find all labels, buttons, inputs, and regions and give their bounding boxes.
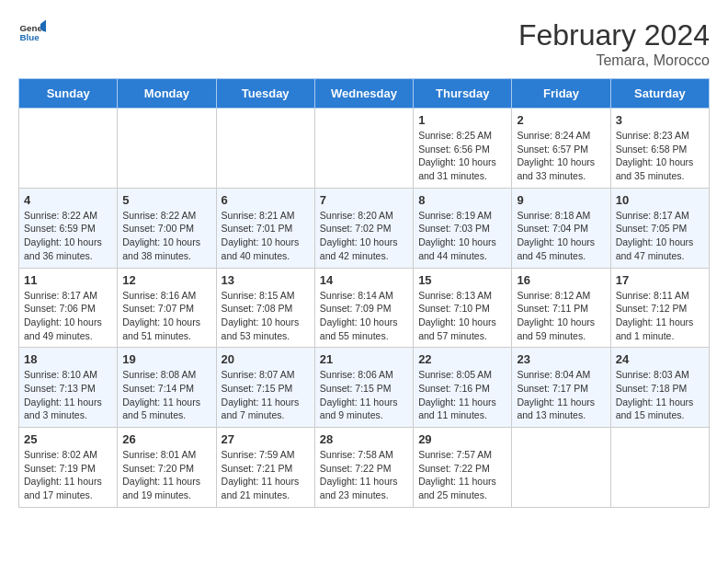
calendar-cell: 11Sunrise: 8:17 AM Sunset: 7:06 PM Dayli… (19, 268, 118, 348)
day-info: Sunrise: 8:08 AM Sunset: 7:14 PM Dayligh… (122, 368, 210, 422)
day-number: 26 (122, 432, 210, 446)
calendar-cell: 3Sunrise: 8:23 AM Sunset: 6:58 PM Daylig… (610, 109, 709, 189)
calendar-cell: 16Sunrise: 8:12 AM Sunset: 7:11 PM Dayli… (512, 268, 610, 348)
weekday-header-sunday: Sunday (19, 79, 118, 109)
day-number: 28 (320, 432, 408, 446)
calendar-cell (512, 428, 610, 508)
day-number: 10 (616, 193, 704, 207)
day-info: Sunrise: 8:16 AM Sunset: 7:07 PM Dayligh… (122, 289, 210, 343)
weekday-header-thursday: Thursday (414, 79, 512, 109)
weekday-header-friday: Friday (512, 79, 610, 109)
calendar-cell: 14Sunrise: 8:14 AM Sunset: 7:09 PM Dayli… (314, 268, 413, 348)
day-info: Sunrise: 8:15 AM Sunset: 7:08 PM Dayligh… (222, 289, 310, 343)
title-area: February 2024 Temara, Morocco (518, 18, 710, 69)
day-info: Sunrise: 8:17 AM Sunset: 7:05 PM Dayligh… (616, 209, 704, 263)
day-info: Sunrise: 8:05 AM Sunset: 7:16 PM Dayligh… (418, 368, 506, 422)
calendar-cell: 2Sunrise: 8:24 AM Sunset: 6:57 PM Daylig… (512, 109, 610, 189)
calendar-cell (118, 109, 216, 189)
day-info: Sunrise: 8:19 AM Sunset: 7:03 PM Dayligh… (418, 209, 506, 263)
day-info: Sunrise: 8:18 AM Sunset: 7:04 PM Dayligh… (517, 209, 605, 263)
calendar-cell: 18Sunrise: 8:10 AM Sunset: 7:13 PM Dayli… (19, 348, 118, 428)
weekday-header-monday: Monday (118, 79, 216, 109)
calendar-cell: 26Sunrise: 8:01 AM Sunset: 7:20 PM Dayli… (118, 428, 216, 508)
day-info: Sunrise: 7:59 AM Sunset: 7:21 PM Dayligh… (222, 448, 310, 502)
calendar-cell: 13Sunrise: 8:15 AM Sunset: 7:08 PM Dayli… (216, 268, 314, 348)
day-info: Sunrise: 8:24 AM Sunset: 6:57 PM Dayligh… (517, 129, 605, 183)
calendar-cell: 17Sunrise: 8:11 AM Sunset: 7:12 PM Dayli… (610, 268, 709, 348)
week-row-2: 4Sunrise: 8:22 AM Sunset: 6:59 PM Daylig… (19, 188, 710, 268)
day-number: 17 (616, 273, 704, 287)
day-number: 12 (122, 273, 210, 287)
day-info: Sunrise: 8:06 AM Sunset: 7:15 PM Dayligh… (320, 368, 408, 422)
calendar-cell (314, 109, 413, 189)
weekday-header-wednesday: Wednesday (314, 79, 413, 109)
day-number: 7 (320, 193, 408, 207)
calendar-cell: 6Sunrise: 8:21 AM Sunset: 7:01 PM Daylig… (216, 188, 314, 268)
calendar-cell: 24Sunrise: 8:03 AM Sunset: 7:18 PM Dayli… (610, 348, 709, 428)
week-row-1: 1Sunrise: 8:25 AM Sunset: 6:56 PM Daylig… (19, 109, 710, 189)
calendar-cell: 8Sunrise: 8:19 AM Sunset: 7:03 PM Daylig… (414, 188, 512, 268)
calendar-cell: 25Sunrise: 8:02 AM Sunset: 7:19 PM Dayli… (19, 428, 118, 508)
subtitle: Temara, Morocco (518, 52, 710, 69)
main-title: February 2024 (518, 18, 710, 52)
day-number: 16 (517, 273, 605, 287)
day-info: Sunrise: 8:04 AM Sunset: 7:17 PM Dayligh… (517, 368, 605, 422)
logo: General Blue (18, 18, 46, 46)
weekday-header-row: SundayMondayTuesdayWednesdayThursdayFrid… (19, 79, 710, 109)
day-info: Sunrise: 8:03 AM Sunset: 7:18 PM Dayligh… (616, 368, 704, 422)
calendar-cell: 12Sunrise: 8:16 AM Sunset: 7:07 PM Dayli… (118, 268, 216, 348)
day-number: 15 (418, 273, 506, 287)
day-number: 22 (418, 352, 506, 366)
day-info: Sunrise: 7:58 AM Sunset: 7:22 PM Dayligh… (320, 448, 408, 502)
day-info: Sunrise: 8:25 AM Sunset: 6:56 PM Dayligh… (418, 129, 506, 183)
day-number: 14 (320, 273, 408, 287)
calendar-cell: 20Sunrise: 8:07 AM Sunset: 7:15 PM Dayli… (216, 348, 314, 428)
day-info: Sunrise: 8:22 AM Sunset: 6:59 PM Dayligh… (24, 209, 112, 263)
week-row-4: 18Sunrise: 8:10 AM Sunset: 7:13 PM Dayli… (19, 348, 710, 428)
day-info: Sunrise: 8:07 AM Sunset: 7:15 PM Dayligh… (222, 368, 310, 422)
day-info: Sunrise: 8:10 AM Sunset: 7:13 PM Dayligh… (24, 368, 112, 422)
calendar-cell (19, 109, 118, 189)
page-header: General Blue February 2024 Temara, Moroc… (18, 18, 710, 69)
day-number: 11 (24, 273, 112, 287)
calendar-cell: 27Sunrise: 7:59 AM Sunset: 7:21 PM Dayli… (216, 428, 314, 508)
day-info: Sunrise: 7:57 AM Sunset: 7:22 PM Dayligh… (418, 448, 506, 502)
day-number: 25 (24, 432, 112, 446)
weekday-header-tuesday: Tuesday (216, 79, 314, 109)
calendar-cell: 7Sunrise: 8:20 AM Sunset: 7:02 PM Daylig… (314, 188, 413, 268)
day-info: Sunrise: 8:17 AM Sunset: 7:06 PM Dayligh… (24, 289, 112, 343)
calendar-cell: 19Sunrise: 8:08 AM Sunset: 7:14 PM Dayli… (118, 348, 216, 428)
day-number: 9 (517, 193, 605, 207)
calendar-cell: 5Sunrise: 8:22 AM Sunset: 7:00 PM Daylig… (118, 188, 216, 268)
day-number: 3 (616, 113, 704, 127)
week-row-3: 11Sunrise: 8:17 AM Sunset: 7:06 PM Dayli… (19, 268, 710, 348)
day-number: 6 (222, 193, 310, 207)
day-info: Sunrise: 8:01 AM Sunset: 7:20 PM Dayligh… (122, 448, 210, 502)
svg-text:Blue: Blue (20, 32, 40, 42)
calendar-cell: 28Sunrise: 7:58 AM Sunset: 7:22 PM Dayli… (314, 428, 413, 508)
day-info: Sunrise: 8:22 AM Sunset: 7:00 PM Dayligh… (122, 209, 210, 263)
calendar-cell: 15Sunrise: 8:13 AM Sunset: 7:10 PM Dayli… (414, 268, 512, 348)
day-info: Sunrise: 8:20 AM Sunset: 7:02 PM Dayligh… (320, 209, 408, 263)
day-info: Sunrise: 8:12 AM Sunset: 7:11 PM Dayligh… (517, 289, 605, 343)
calendar-cell: 10Sunrise: 8:17 AM Sunset: 7:05 PM Dayli… (610, 188, 709, 268)
calendar-cell: 22Sunrise: 8:05 AM Sunset: 7:16 PM Dayli… (414, 348, 512, 428)
day-number: 8 (418, 193, 506, 207)
calendar-cell (610, 428, 709, 508)
day-number: 21 (320, 352, 408, 366)
day-info: Sunrise: 8:13 AM Sunset: 7:10 PM Dayligh… (418, 289, 506, 343)
day-number: 4 (24, 193, 112, 207)
day-number: 1 (418, 113, 506, 127)
day-number: 27 (222, 432, 310, 446)
day-number: 24 (616, 352, 704, 366)
day-number: 29 (418, 432, 506, 446)
calendar-cell: 29Sunrise: 7:57 AM Sunset: 7:22 PM Dayli… (414, 428, 512, 508)
day-info: Sunrise: 8:14 AM Sunset: 7:09 PM Dayligh… (320, 289, 408, 343)
day-number: 18 (24, 352, 112, 366)
day-info: Sunrise: 8:23 AM Sunset: 6:58 PM Dayligh… (616, 129, 704, 183)
calendar-table: SundayMondayTuesdayWednesdayThursdayFrid… (18, 78, 710, 508)
day-info: Sunrise: 8:21 AM Sunset: 7:01 PM Dayligh… (222, 209, 310, 263)
calendar-cell: 21Sunrise: 8:06 AM Sunset: 7:15 PM Dayli… (314, 348, 413, 428)
calendar-cell (216, 109, 314, 189)
day-number: 2 (517, 113, 605, 127)
